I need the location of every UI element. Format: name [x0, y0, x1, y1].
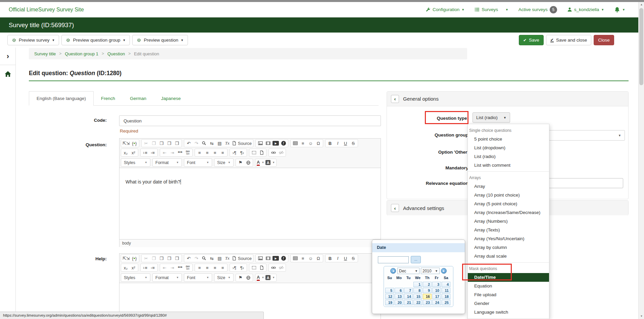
save-button[interactable]: ✔ Save: [519, 35, 544, 45]
menu-item[interactable]: List (dropdown): [468, 144, 549, 152]
indent-icon[interactable]: ⇥: [168, 149, 176, 156]
media-icon[interactable]: [264, 255, 272, 262]
menu-item[interactable]: 5 point choice: [468, 135, 549, 144]
template-tags-icon[interactable]: {●}: [131, 255, 138, 262]
breadcrumb-survey-title[interactable]: Survey title: [34, 51, 56, 56]
calendar-day-cell[interactable]: 11: [442, 288, 450, 293]
date-text-input[interactable]: [378, 256, 409, 263]
remove-format-icon[interactable]: Tx: [224, 140, 231, 147]
tab-japanese[interactable]: Japanese: [154, 91, 188, 106]
unlink-icon[interactable]: [277, 149, 285, 156]
calendar-day-cell[interactable]: 9: [423, 288, 432, 293]
replace-icon[interactable]: ⇆: [208, 255, 216, 262]
breadcrumb-question[interactable]: Question: [107, 51, 125, 56]
unlink-icon[interactable]: [277, 264, 285, 271]
image-icon[interactable]: [256, 140, 264, 147]
horizontal-rule-icon[interactable]: ≡: [299, 255, 307, 262]
link-icon[interactable]: [269, 264, 277, 271]
calendar-day-cell[interactable]: 10: [432, 288, 441, 293]
media-icon[interactable]: [264, 140, 272, 147]
div-container-icon[interactable]: DIV</>: [184, 264, 192, 271]
special-char-icon[interactable]: Ω: [314, 140, 322, 147]
menu-item[interactable]: Array dual scale: [468, 252, 549, 261]
bold-button[interactable]: B: [326, 140, 334, 147]
element-path-bar[interactable]: body: [119, 239, 381, 247]
calendar-day-cell[interactable]: 14: [404, 294, 413, 299]
search-icon[interactable]: [200, 255, 208, 262]
flash-icon[interactable]: f: [280, 140, 287, 147]
date-picker-button[interactable]: ...: [411, 256, 421, 263]
select-all-icon[interactable]: ▤: [216, 140, 224, 147]
scroll-down-arrow[interactable]: ▼: [639, 314, 644, 319]
select-all-icon[interactable]: ▤: [216, 255, 224, 262]
redo-icon[interactable]: ↷: [193, 140, 200, 147]
maximize-icon[interactable]: ⇱⇲: [122, 255, 131, 262]
preview-question-group-button[interactable]: Preview question group ▼: [61, 35, 130, 45]
menu-item[interactable]: File upload: [468, 290, 549, 299]
nav-configuration[interactable]: Configuration ▼: [426, 7, 464, 12]
language-icon[interactable]: [244, 274, 252, 281]
menu-item[interactable]: Multiple numerical input: [468, 317, 549, 319]
calendar-day-cell[interactable]: 20: [395, 300, 403, 305]
breadcrumb-question-group[interactable]: Question group 1: [65, 51, 98, 56]
align-center-icon[interactable]: ≡: [203, 264, 211, 271]
flash-icon[interactable]: f: [280, 255, 287, 262]
calendar-day-cell[interactable]: 8: [413, 288, 422, 293]
link-icon[interactable]: [269, 149, 277, 156]
preview-survey-button[interactable]: Preview survey ▼: [7, 35, 59, 45]
font-select[interactable]: Font▼: [184, 158, 212, 167]
styles-select[interactable]: Styles▼: [121, 273, 150, 282]
code-input[interactable]: [119, 115, 381, 126]
numbered-list-icon[interactable]: 1≡: [141, 149, 149, 156]
nav-active-surveys[interactable]: Active surveys 5: [518, 6, 557, 13]
cut-icon[interactable]: ✂: [142, 255, 150, 262]
cut-icon[interactable]: ✂: [142, 140, 150, 147]
bg-color-icon[interactable]: A▼: [265, 159, 276, 166]
preview-question-button[interactable]: Preview question ▼: [132, 35, 188, 45]
italic-button[interactable]: I: [334, 255, 342, 262]
calendar-day-cell[interactable]: 7: [404, 288, 413, 293]
menu-item[interactable]: Gender: [468, 299, 549, 308]
calendar-month-select[interactable]: Dec ▼: [397, 268, 419, 274]
image-icon[interactable]: [256, 255, 264, 262]
blockquote-icon[interactable]: ❝❝: [176, 149, 184, 156]
scroll-up-arrow[interactable]: ▲: [639, 2, 644, 7]
text-direction-rtl-icon[interactable]: ¶‹: [238, 149, 246, 156]
menu-item[interactable]: Array (Numbers): [468, 217, 549, 226]
outdent-icon[interactable]: ⇤: [161, 149, 168, 156]
calendar-day-cell[interactable]: 22: [413, 300, 422, 305]
calendar-day-cell[interactable]: 25: [442, 300, 450, 305]
document-icon[interactable]: [258, 149, 265, 156]
copy-icon[interactable]: ❐: [150, 140, 158, 147]
undo-icon[interactable]: ↶: [185, 255, 193, 262]
blockquote-icon[interactable]: ❝❝: [176, 264, 184, 271]
calendar-day-cell[interactable]: 12: [385, 294, 394, 299]
remove-format-icon[interactable]: Tx: [224, 255, 231, 262]
calendar-day-cell[interactable]: 4: [442, 282, 450, 287]
save-and-close-button[interactable]: ✔ Save and close: [546, 35, 591, 45]
maximize-icon[interactable]: ⇱⇲: [122, 140, 131, 147]
text-direction-ltr-icon[interactable]: ›¶: [231, 149, 238, 156]
table-icon[interactable]: [291, 255, 299, 262]
page-break-icon[interactable]: [250, 149, 258, 156]
chevron-down-icon[interactable]: ▼: [505, 8, 508, 11]
tab-french[interactable]: French: [94, 91, 122, 106]
nav-surveys[interactable]: Surveys ▼: [475, 7, 508, 12]
underline-button[interactable]: U: [342, 140, 349, 147]
calendar-day-cell[interactable]: 1: [413, 282, 422, 287]
scrollbar-thumb[interactable]: [639, 8, 643, 85]
language-icon[interactable]: [244, 159, 252, 166]
paste-word-icon[interactable]: ❒: [173, 255, 181, 262]
size-select[interactable]: Size▼: [214, 273, 234, 282]
paste-icon[interactable]: ❒: [158, 140, 165, 147]
bullet-list-icon[interactable]: •≡: [149, 149, 157, 156]
menu-item[interactable]: Array (5 point choice): [468, 200, 549, 208]
menu-item[interactable]: Date/Time: [468, 273, 549, 282]
text-color-icon[interactable]: A▼: [256, 159, 265, 166]
flag-icon[interactable]: ⚑: [237, 274, 244, 281]
calendar-day-cell[interactable]: 15: [413, 294, 422, 299]
calendar-day-cell[interactable]: 21: [404, 300, 413, 305]
styles-select[interactable]: Styles▼: [121, 158, 150, 167]
calendar-prev-month-button[interactable]: ◀: [390, 268, 396, 274]
outdent-icon[interactable]: ⇤: [161, 264, 168, 271]
